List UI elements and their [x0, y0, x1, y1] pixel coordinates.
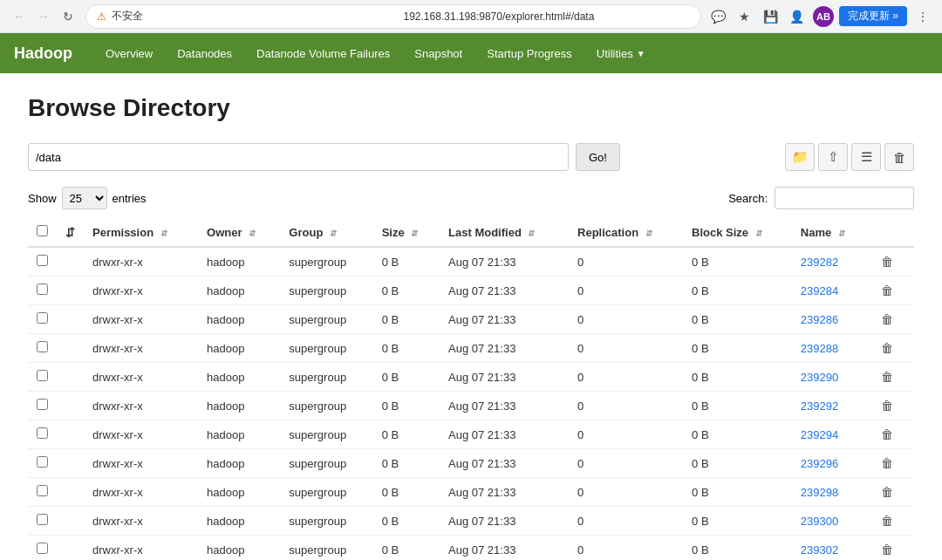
row-name: 239290: [792, 363, 869, 392]
header-replication[interactable]: Replication ⇵: [569, 218, 683, 247]
table-row: drwxr-xr-x hadoop supergroup 0 B Aug 07 …: [28, 334, 914, 363]
nav-item-snapshot[interactable]: Snapshot: [402, 37, 474, 71]
row-checkbox-1[interactable]: [37, 283, 48, 295]
delete-button[interactable]: 🗑: [877, 512, 897, 529]
translate-icon-btn[interactable]: 💬: [708, 6, 729, 27]
row-checkbox-2[interactable]: [37, 312, 48, 324]
url-text: 192.168.31.198:9870/explorer.html#/data: [404, 10, 691, 23]
address-bar[interactable]: ⚠ 不安全 192.168.31.198:9870/explorer.html#…: [85, 4, 701, 29]
row-block-size: 0 B: [683, 277, 792, 305]
row-checkbox-5[interactable]: [37, 399, 48, 410]
row-index-cell: [57, 478, 84, 507]
back-button[interactable]: ←: [9, 6, 30, 27]
name-link[interactable]: 239284: [801, 284, 838, 297]
reload-button[interactable]: ↻: [58, 6, 78, 27]
row-delete-cell: 🗑: [869, 277, 914, 305]
entries-label: entries: [113, 192, 147, 205]
header-name[interactable]: Name ⇵: [792, 218, 869, 247]
menu-icon-btn[interactable]: ⋮: [912, 6, 933, 27]
row-size: 0 B: [373, 305, 440, 334]
nav-item-datanodes[interactable]: Datanodes: [165, 37, 244, 71]
row-checkbox-0[interactable]: [37, 255, 48, 266]
header-group[interactable]: Group ⇵: [280, 218, 372, 247]
select-all-checkbox[interactable]: [37, 225, 48, 236]
folder-action-button[interactable]: 📁: [785, 143, 815, 171]
row-name: 239302: [792, 536, 869, 561]
row-delete-cell: 🗑: [869, 334, 914, 363]
delete-button[interactable]: 🗑: [877, 541, 897, 558]
name-link[interactable]: 239296: [801, 457, 838, 470]
row-delete-cell: 🗑: [869, 247, 914, 277]
nav-item-overview[interactable]: Overview: [93, 37, 165, 71]
name-link[interactable]: 239286: [801, 313, 838, 326]
row-checkbox-10[interactable]: [37, 543, 48, 554]
save-page-icon-btn[interactable]: 💾: [761, 6, 782, 27]
list-action-button[interactable]: ☰: [851, 143, 881, 171]
delete-button[interactable]: 🗑: [877, 454, 897, 472]
nav-item-volume-failures[interactable]: Datanode Volume Failures: [244, 37, 402, 71]
delete-button[interactable]: 🗑: [877, 397, 897, 414]
upload-action-button[interactable]: ⇧: [818, 143, 848, 171]
row-group: supergroup: [280, 363, 372, 392]
bookmark-icon-btn[interactable]: ★: [734, 6, 755, 27]
row-permission: drwxr-xr-x: [84, 392, 198, 420]
row-permission: drwxr-xr-x: [84, 536, 198, 561]
go-button[interactable]: Go!: [576, 143, 620, 171]
name-link[interactable]: 239298: [801, 486, 838, 499]
nav-item-utilities[interactable]: Utilities ▼: [584, 37, 658, 71]
browser-right-icons: 💬 ★ 💾 👤 AB 完成更新 » ⋮: [708, 6, 933, 27]
delete-button[interactable]: 🗑: [877, 426, 897, 443]
header-last-modified[interactable]: Last Modified ⇵: [440, 218, 569, 247]
name-link[interactable]: 239290: [801, 371, 838, 384]
row-permission: drwxr-xr-x: [84, 478, 198, 507]
forward-button[interactable]: →: [33, 6, 54, 27]
table-row: drwxr-xr-x hadoop supergroup 0 B Aug 07 …: [28, 247, 914, 277]
trash-action-button[interactable]: 🗑: [884, 143, 914, 171]
name-link[interactable]: 239288: [801, 342, 838, 355]
update-button[interactable]: 完成更新 »: [839, 6, 907, 26]
nav-item-startup-progress[interactable]: Startup Progress: [474, 37, 584, 71]
name-link[interactable]: 239294: [801, 428, 838, 441]
row-checkbox-7[interactable]: [37, 456, 48, 468]
hadoop-brand: Hadoop: [14, 44, 72, 63]
row-checkbox-6[interactable]: [37, 427, 48, 439]
search-input[interactable]: [775, 187, 914, 209]
row-group: supergroup: [280, 247, 372, 277]
header-owner[interactable]: Owner ⇵: [198, 218, 280, 247]
path-input[interactable]: [28, 143, 569, 171]
row-group: supergroup: [280, 334, 372, 363]
delete-button[interactable]: 🗑: [877, 483, 897, 501]
name-link[interactable]: 239282: [801, 256, 838, 269]
row-replication: 0: [569, 536, 683, 561]
row-owner: hadoop: [198, 277, 280, 305]
delete-button[interactable]: 🗑: [877, 282, 897, 299]
name-link[interactable]: 239292: [801, 400, 838, 413]
row-name: 239292: [792, 392, 869, 420]
row-permission: drwxr-xr-x: [84, 305, 198, 334]
name-link[interactable]: 239300: [801, 515, 838, 528]
row-checkbox-8[interactable]: [37, 485, 48, 496]
header-size[interactable]: Size ⇵: [373, 218, 440, 247]
row-checkbox-9[interactable]: [37, 514, 48, 525]
table-row: drwxr-xr-x hadoop supergroup 0 B Aug 07 …: [28, 420, 914, 449]
profile-icon-btn[interactable]: 👤: [787, 6, 808, 27]
row-last-modified: Aug 07 21:33: [440, 478, 569, 507]
row-checkbox-4[interactable]: [37, 370, 48, 381]
row-owner: hadoop: [198, 334, 280, 363]
data-table: ⇵ Permission ⇵ Owner ⇵ Group ⇵ Size ⇵: [28, 218, 914, 560]
row-owner: hadoop: [198, 478, 280, 507]
row-last-modified: Aug 07 21:33: [440, 363, 569, 392]
name-link[interactable]: 239302: [801, 543, 838, 557]
delete-button[interactable]: 🗑: [877, 368, 897, 386]
delete-button[interactable]: 🗑: [877, 311, 897, 328]
row-permission: drwxr-xr-x: [84, 277, 198, 305]
header-permission[interactable]: Permission ⇵: [84, 218, 198, 247]
row-block-size: 0 B: [683, 536, 792, 561]
row-checkbox-3[interactable]: [37, 341, 48, 352]
delete-button[interactable]: 🗑: [877, 339, 897, 357]
row-block-size: 0 B: [683, 305, 792, 334]
sort-icon[interactable]: ⇵: [65, 226, 75, 239]
entries-select[interactable]: 10 25 50 100: [62, 187, 107, 209]
delete-button[interactable]: 🗑: [877, 253, 897, 270]
header-block-size[interactable]: Block Size ⇵: [683, 218, 792, 247]
